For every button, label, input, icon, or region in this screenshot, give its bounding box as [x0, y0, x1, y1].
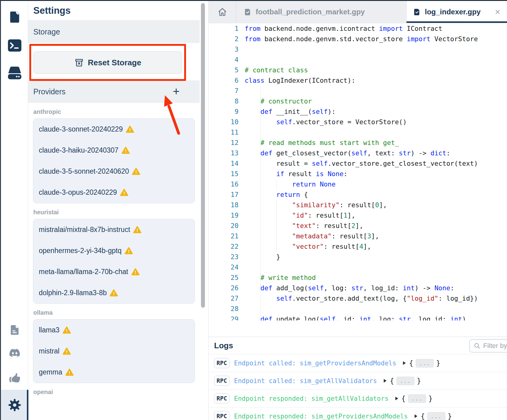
thumbs-up-icon: [9, 372, 21, 384]
indent-guide: [276, 241, 277, 252]
code-token: 0: [375, 201, 379, 209]
contracts-file-icon[interactable]: [1, 10, 28, 24]
code-token: int: [359, 315, 371, 320]
log-message: Endpoint responded: sim_getAllValidators: [234, 395, 388, 402]
logs-panel: Logs RPCEndpoint called: sim_getProvider…: [209, 337, 507, 420]
code-token: return: [276, 191, 300, 198]
code-token: def: [261, 108, 272, 115]
window-top-border: [0, 0, 507, 1]
terminal-icon: [7, 39, 22, 52]
code-token: :: [344, 170, 348, 178]
settings-rail-item-active[interactable]: [1, 390, 28, 420]
code-line-content: [239, 86, 507, 96]
code-line: 8 # constructor: [209, 96, 507, 107]
code-token: self: [352, 149, 367, 157]
discord-button[interactable]: [1, 348, 28, 358]
code-token: self: [312, 160, 328, 167]
code-token: 1: [344, 212, 348, 219]
close-tab-icon[interactable]: ×: [495, 7, 500, 16]
line-number: 1: [209, 24, 239, 34]
code-token: [245, 201, 292, 209]
code-token: [245, 139, 261, 147]
warning-triangle-icon: [132, 168, 140, 175]
code-line: 5# contract class: [209, 65, 507, 75]
provider-model-name: llama3: [39, 326, 60, 334]
provider-model-item[interactable]: claude-3-haiku-20240307: [33, 140, 195, 161]
tab-log-indexer-active[interactable]: log_indexer.gpy ×: [407, 1, 507, 23]
code-token: "id": [292, 212, 308, 219]
indent-guide: [261, 96, 261, 107]
provider-model-item[interactable]: mistralai/mixtral-8x7b-instruct: [33, 219, 195, 240]
provider-model-item[interactable]: claude-3-5-sonnet-20240620: [33, 161, 195, 182]
code-token: ],: [363, 243, 371, 250]
code-line: 19 "id": result[1],: [209, 210, 507, 221]
code-token: IContract: [403, 25, 442, 32]
code-token: : result[: [340, 201, 375, 209]
code-token: [245, 315, 261, 320]
highlight-rectangle: [29, 44, 186, 81]
code-editor[interactable]: 1from backend.node.genvm.icontract impor…: [209, 24, 507, 320]
provider-model-item[interactable]: llama3: [33, 320, 195, 341]
expand-triangle-icon[interactable]: [395, 396, 398, 400]
code-line: 6class LogIndexer(IContract):: [209, 75, 507, 86]
line-number: 24: [209, 262, 239, 273]
docs-button[interactable]: [1, 324, 28, 336]
log-filter-input[interactable]: [483, 342, 507, 350]
code-token: self: [312, 108, 328, 115]
settings-scrollbar-thumb[interactable]: [201, 3, 205, 308]
provider-model-name: openhermes-2-yi-34b-gptq: [39, 247, 122, 255]
line-number: 17: [209, 190, 239, 200]
provider-model-item[interactable]: dolphin-2.9-llama3-8b: [33, 282, 195, 303]
log-filter-box[interactable]: [469, 339, 507, 353]
indent-guide: [261, 283, 261, 293]
collapsed-json-chip[interactable]: ...: [427, 412, 445, 420]
indent-guide: [261, 200, 261, 210]
code-line: 28: [209, 304, 507, 314]
collapsed-json-chip[interactable]: ...: [408, 394, 426, 403]
code-token: [245, 284, 261, 292]
code-line: 2from backend.node.genvm.std.vector_stor…: [209, 34, 507, 44]
harddrive-icon: [7, 66, 22, 80]
code-line-content: def get_closest_vector(self, text: str) …: [239, 148, 507, 158]
close-brace: }: [417, 377, 421, 385]
code-line-content: [239, 304, 507, 314]
logs-header: Logs: [209, 337, 507, 354]
collapsed-json-chip[interactable]: ...: [416, 359, 434, 368]
provider-model-item[interactable]: claude-3-opus-20240229: [33, 182, 195, 203]
provider-model-item[interactable]: mistral: [33, 341, 195, 362]
expand-triangle-icon[interactable]: [403, 361, 406, 365]
tab-football-prediction-market[interactable]: football_prediction_market.gpy: [236, 1, 407, 23]
provider-model-item[interactable]: gemma: [33, 362, 195, 383]
provider-model-item[interactable]: openhermes-2-yi-34b-gptq: [33, 240, 195, 261]
indent-guide: [261, 221, 261, 231]
provider-model-item[interactable]: meta-llama/llama-2-70b-chat: [33, 261, 195, 282]
code-token: LogIndexer(IContract):: [264, 77, 356, 84]
expand-triangle-icon[interactable]: [384, 379, 387, 383]
collapsed-json-chip[interactable]: ...: [396, 377, 414, 385]
terminal-button[interactable]: [1, 39, 28, 52]
code-line: 9 def __init__(self):: [209, 107, 507, 117]
home-tab-button[interactable]: [209, 1, 236, 23]
line-number: 5: [209, 65, 239, 75]
code-token: result =: [245, 160, 312, 167]
code-token: None: [320, 180, 336, 188]
storage-button[interactable]: [1, 66, 28, 80]
code-line-content: if result is None:: [239, 169, 507, 179]
feedback-button[interactable]: [1, 372, 28, 384]
code-line-content: "metadata": result[3],: [239, 231, 507, 241]
indent-guide: [276, 179, 277, 190]
expand-triangle-icon[interactable]: [414, 414, 418, 418]
provider-group-ollama: ollamallama3mistralgemma: [28, 309, 200, 383]
code-token: ],: [371, 232, 379, 240]
open-brace: {: [390, 377, 394, 385]
settings-button[interactable]: [1, 398, 28, 412]
code-token: 3: [367, 232, 371, 240]
code-line-content: [239, 262, 507, 273]
code-line-content: from backend.node.genvm.icontract import…: [239, 24, 507, 34]
code-token: None: [328, 170, 344, 178]
code-line: 15 if result is None:: [209, 169, 507, 179]
line-number: 13: [209, 148, 239, 158]
code-token: .vector_store = VectorStore(): [292, 118, 407, 126]
code-token: , log:: [324, 284, 352, 292]
log-message: Endpoint responded: sim_getProvidersAndM…: [234, 413, 408, 420]
